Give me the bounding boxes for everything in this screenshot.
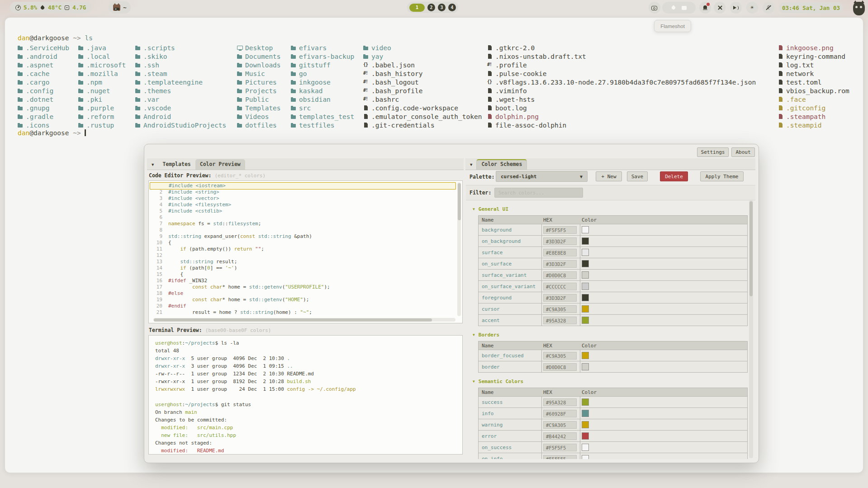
focused-app-indicator[interactable]: >_ ~: [109, 1, 131, 14]
color-swatch[interactable]: [582, 317, 589, 324]
tab-color-schemes[interactable]: Color Schemes: [476, 159, 527, 170]
color-swatch[interactable]: [582, 249, 589, 256]
color-row[interactable]: error#B44242: [479, 430, 747, 441]
notifications-button[interactable]: [699, 2, 711, 14]
scrollbar-thumb[interactable]: [458, 183, 461, 220]
scrollbar-thumb[interactable]: [749, 201, 753, 296]
folder-icon: [135, 105, 141, 111]
section-header[interactable]: ▼Borders: [473, 331, 749, 339]
workspace-button-1[interactable]: 1: [409, 4, 425, 12]
hex-value-field[interactable]: #C9A305: [543, 421, 577, 429]
color-row[interactable]: info#60928F: [479, 407, 747, 419]
hex-value-field[interactable]: #95A328: [543, 317, 577, 324]
line-number: 17: [150, 284, 162, 290]
hex-value-field[interactable]: #CCCCCC: [543, 283, 577, 290]
settings-button[interactable]: Settings: [697, 147, 729, 157]
color-row[interactable]: success#95A328: [479, 396, 747, 407]
collapse-arrow-icon[interactable]: ▼: [473, 207, 475, 211]
hex-value-field[interactable]: #3D3D2F: [543, 260, 577, 268]
color-swatch[interactable]: [582, 283, 589, 290]
code-vertical-scrollbar[interactable]: [457, 182, 461, 316]
folder-icon: [237, 96, 243, 102]
color-swatch[interactable]: [582, 352, 589, 359]
entry-name: .bash_profile: [371, 87, 423, 95]
code-token: const: [192, 284, 207, 290]
system-stats-widget[interactable]: 5.8% 48°C 4.7G: [10, 2, 91, 13]
collapse-arrow-icon[interactable]: ▼: [473, 333, 475, 337]
code-token: [168, 284, 192, 290]
save-button[interactable]: Save: [627, 171, 648, 181]
tab-color-preview[interactable]: Color Preview: [195, 159, 245, 170]
hex-value-field[interactable]: #95A328: [543, 398, 577, 406]
hex-value-field[interactable]: #C9A305: [543, 305, 577, 313]
color-row[interactable]: border_focused#C9A305: [479, 350, 747, 361]
tray-disabled-group[interactable]: [662, 2, 696, 14]
workspace-button-2[interactable]: 2: [427, 4, 435, 11]
volume-button[interactable]: [730, 2, 742, 14]
folder-icon: [135, 53, 141, 59]
collapse-arrow-icon[interactable]: ▼: [473, 379, 475, 384]
color-swatch[interactable]: [582, 455, 589, 459]
hex-value-field[interactable]: #3D3D2F: [543, 294, 577, 302]
delete-button[interactable]: Delete: [660, 171, 688, 181]
bluetooth-button[interactable]: [714, 2, 726, 14]
hex-value-field[interactable]: #F5F5F5: [543, 455, 577, 460]
new-palette-button[interactable]: + New: [596, 171, 622, 181]
hex-value-field[interactable]: #B44242: [543, 432, 577, 440]
night-light-button[interactable]: ☾: [763, 2, 774, 14]
color-row[interactable]: on_background#3D3D2F: [479, 235, 747, 246]
color-row[interactable]: on_surface_variant#CCCCCC: [479, 280, 747, 292]
color-row[interactable]: cursor#C9A305: [479, 303, 747, 314]
color-row[interactable]: background#F5F5F5: [479, 224, 747, 235]
color-swatch[interactable]: [582, 363, 589, 370]
color-row[interactable]: surface_variant#D0D0C8: [479, 269, 747, 280]
color-swatch[interactable]: [582, 398, 589, 406]
hex-value-field[interactable]: #60928F: [543, 410, 577, 417]
color-row[interactable]: surface#E8E8E8: [479, 246, 747, 258]
color-row[interactable]: on_surface#3D3D2F: [479, 258, 747, 269]
chevron-down-icon[interactable]: ▼: [470, 162, 472, 167]
color-swatch[interactable]: [582, 305, 589, 313]
hex-value-field[interactable]: #F5F5F5: [543, 444, 577, 451]
section-header[interactable]: ▼Semantic Colors: [473, 377, 749, 385]
code-horizontal-scrollbar[interactable]: [153, 318, 455, 322]
colors-vertical-scrollbar[interactable]: [749, 200, 753, 458]
about-button[interactable]: About: [731, 147, 755, 157]
color-row[interactable]: on_info#F5F5F5: [479, 453, 747, 459]
color-swatch[interactable]: [582, 226, 589, 233]
brightness-button[interactable]: ☀: [746, 2, 758, 14]
owl-icon[interactable]: [853, 2, 865, 15]
color-swatch[interactable]: [582, 294, 589, 301]
color-row[interactable]: border#D0D0C8: [479, 361, 747, 372]
hex-value-field[interactable]: #D0D0C8: [543, 363, 577, 371]
color-row[interactable]: accent#95A328: [479, 314, 747, 326]
chevron-down-icon[interactable]: ▼: [152, 162, 154, 167]
color-swatch[interactable]: [582, 237, 589, 245]
workspace-button-3[interactable]: 3: [438, 4, 446, 11]
color-swatch[interactable]: [582, 271, 589, 279]
color-swatch[interactable]: [582, 432, 589, 440]
scrollbar-thumb[interactable]: [154, 318, 432, 322]
color-row[interactable]: on_success#F5F5F5: [479, 441, 747, 453]
hex-value-field[interactable]: #E8E8E8: [543, 249, 577, 256]
hex-value-field[interactable]: #3D3D2F: [543, 237, 577, 245]
clock-widget[interactable]: 03:46 Sat, Jan 03: [779, 2, 843, 13]
filter-search-input[interactable]: [494, 188, 583, 198]
section-header[interactable]: ▼General UI: [473, 205, 749, 213]
hex-value-field[interactable]: #F5F5F5: [543, 226, 577, 234]
color-swatch[interactable]: [582, 421, 589, 428]
apply-theme-button[interactable]: Apply Theme: [700, 171, 744, 181]
palette-dropdown[interactable]: cursed-light ▼: [496, 171, 588, 182]
color-swatch[interactable]: [582, 444, 589, 451]
color-row[interactable]: foreground#3D3D2F: [479, 292, 747, 303]
color-row[interactable]: warning#C9A305: [479, 419, 747, 430]
hex-value-field[interactable]: #C9A305: [543, 352, 577, 360]
color-swatch[interactable]: [582, 260, 589, 267]
color-swatch[interactable]: [582, 410, 589, 417]
screen-record-button[interactable]: [649, 2, 660, 14]
line-number: 14: [150, 265, 162, 271]
hex-value-field[interactable]: #D0D0C8: [543, 271, 577, 279]
terminal-preview-lines: user@host:~/projects$ ls -latotal 48drwx…: [155, 339, 458, 455]
tab-templates[interactable]: Templates: [158, 159, 195, 170]
workspace-button-4[interactable]: 4: [448, 4, 456, 11]
